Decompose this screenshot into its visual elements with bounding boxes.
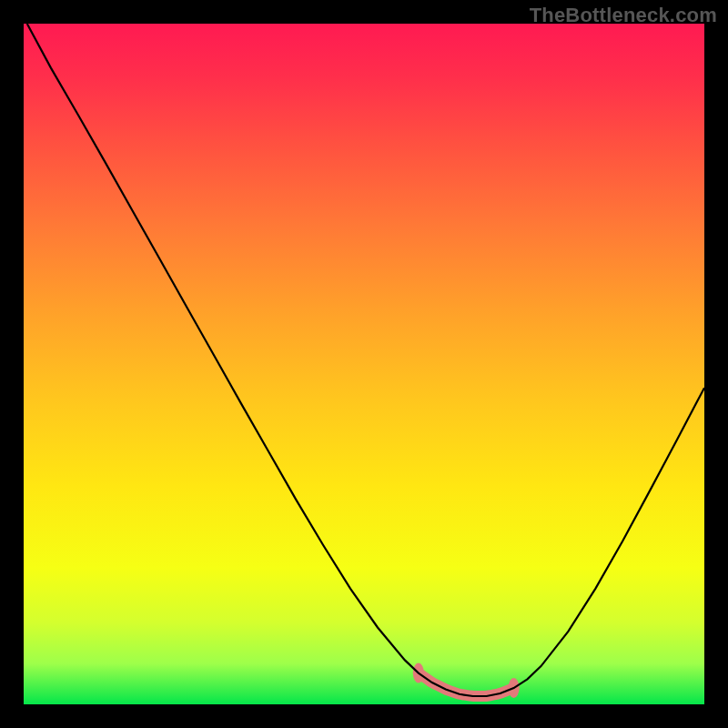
attribution-label: TheBottleneck.com xyxy=(530,4,717,27)
gradient-background xyxy=(24,24,704,704)
chart-frame xyxy=(24,24,704,704)
bottleneck-chart xyxy=(24,24,704,704)
